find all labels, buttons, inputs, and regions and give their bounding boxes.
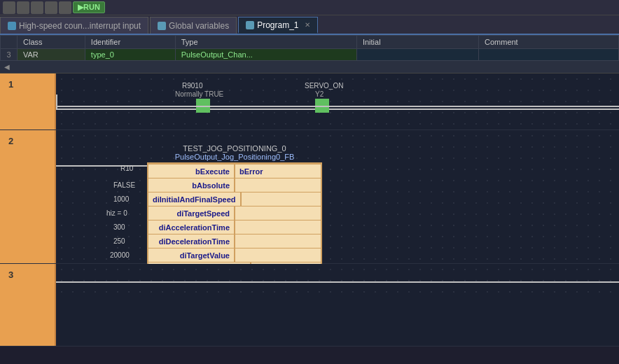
row-class-3: VAR bbox=[18, 49, 85, 61]
fb-class-name: PulseOutput_Jog_Positioning0_FB bbox=[147, 153, 322, 161]
ladder-area: 1 R9010 Normally TRUE SERVO_ON Y2 bbox=[0, 74, 619, 346]
toolbar-icon-2[interactable] bbox=[17, 1, 29, 14]
fb-port-accel: diAccelerationTime bbox=[148, 223, 234, 232]
run-button[interactable]: ▶RUN bbox=[73, 1, 105, 13]
toolbar-icon-1[interactable] bbox=[3, 1, 15, 14]
toolbar-icon-5[interactable] bbox=[59, 1, 71, 14]
h-line-after bbox=[294, 106, 619, 107]
row-identifier-3[interactable]: type_0 bbox=[85, 49, 175, 61]
tab-global-variables[interactable]: Global variables bbox=[150, 17, 237, 34]
fb-divider-4 bbox=[234, 206, 235, 220]
fb-row-babsolute: FALSE bAbsolute bbox=[148, 178, 321, 192]
col-header-initial: Initial bbox=[356, 36, 478, 49]
fb-row-initial-speed: 1000 diInitialAndFinalSpeed bbox=[148, 192, 321, 206]
fb-block[interactable]: R10 bExecute bError FALSE bAbsolute bbox=[147, 162, 322, 277]
fb-divider-2 bbox=[234, 178, 235, 192]
row-num-3: 3 bbox=[1, 49, 18, 61]
fb-input-r10: R10 bbox=[120, 164, 133, 172]
tab-icon-program1 bbox=[246, 21, 254, 29]
fb-port-target-speed: diTargetSpeed bbox=[148, 209, 234, 218]
rung-2: 2 TEST_JOG_POSITIONING_0 PulseOutput_Jog… bbox=[0, 130, 619, 264]
fb-block-container: TEST_JOG_POSITIONING_0 PulseOutput_Jog_P… bbox=[147, 144, 322, 277]
fb-input-1000: 1000 bbox=[113, 195, 129, 203]
var-table: Class Identifier Type Initial Comment 3 … bbox=[0, 35, 619, 61]
rung-num-3: 3 bbox=[0, 264, 56, 346]
row-type-3[interactable]: PulseOutput_Chan... bbox=[175, 49, 356, 61]
rung-num-2: 2 bbox=[0, 130, 56, 263]
contact-r9010-sublabel: Normally TRUE bbox=[175, 90, 223, 98]
fb-input-false: FALSE bbox=[113, 181, 135, 189]
fb-port-decel: diDecelerationTime bbox=[148, 237, 234, 246]
contact-servo-label: SERVO_ON bbox=[305, 82, 343, 90]
row-initial-3[interactable] bbox=[356, 49, 478, 61]
rung-2-content: TEST_JOG_POSITIONING_0 PulseOutput_Jog_P… bbox=[56, 130, 619, 263]
rung-num-1: 1 bbox=[0, 74, 56, 130]
scroll-bar: ◀ bbox=[0, 61, 619, 74]
col-header-comment: Comment bbox=[479, 36, 619, 49]
fb-input-20000: 20000 bbox=[110, 251, 130, 259]
tab-label-program1: Program_1 bbox=[257, 20, 298, 30]
toolbar-icon-4[interactable] bbox=[45, 1, 57, 14]
fb-port-berror: bError bbox=[235, 167, 321, 176]
fb-row-decel: 250 diDecelerationTime bbox=[148, 234, 321, 248]
contact-servo-sublabel: Y2 bbox=[315, 90, 324, 98]
fb-row-target-val: 20000 diTargetValue bbox=[148, 248, 321, 262]
fb-input-hiz: hiz = 0 bbox=[106, 209, 127, 217]
scroll-left[interactable]: ◀ bbox=[0, 63, 14, 71]
rung-3: 3 bbox=[0, 264, 619, 346]
fb-row-accel: 300 diAccelerationTime bbox=[148, 220, 321, 234]
col-header-identifier: Identifier bbox=[85, 36, 175, 49]
contact-r9010-label: R9010 bbox=[182, 82, 202, 90]
rung-3-content bbox=[56, 264, 619, 299]
fb-port-babsolute: bAbsolute bbox=[148, 181, 234, 190]
table-row[interactable]: 3 VAR type_0 PulseOutput_Chan... bbox=[1, 49, 619, 61]
fb-divider-7 bbox=[234, 248, 235, 262]
fb-port-initial-speed: diInitialAndFinalSpeed bbox=[148, 195, 240, 204]
tab-label-global: Global variables bbox=[169, 21, 229, 31]
tab-icon-global bbox=[158, 22, 166, 30]
col-header-type: Type bbox=[175, 36, 356, 49]
fb-port-target-val: diTargetValue bbox=[148, 251, 234, 260]
fb-instance-name: TEST_JOG_POSITIONING_0 bbox=[147, 144, 322, 153]
rung-1: 1 R9010 Normally TRUE SERVO_ON Y2 bbox=[0, 74, 619, 130]
col-header-class: Class bbox=[18, 36, 85, 49]
fb-divider-3 bbox=[240, 192, 242, 206]
h-line-between bbox=[56, 106, 294, 107]
rung3-h-line bbox=[56, 281, 619, 283]
fb-port-bexecute: bExecute bbox=[148, 167, 234, 176]
toolbar-icon-3[interactable] bbox=[31, 1, 43, 14]
rung2-h-line bbox=[56, 165, 161, 167]
fb-row-target-speed: hiz = 0 diTargetSpeed bbox=[148, 206, 321, 220]
tabs-bar: High-speed coun...interrupt input Global… bbox=[0, 15, 619, 35]
v-line-left bbox=[56, 94, 57, 110]
fb-row-bexecute: R10 bExecute bError bbox=[148, 164, 321, 178]
fb-input-300: 300 bbox=[113, 223, 125, 231]
fb-divider-6 bbox=[234, 234, 235, 248]
fb-title: TEST_JOG_POSITIONING_0 PulseOutput_Jog_P… bbox=[147, 144, 322, 161]
tab-high-speed[interactable]: High-speed coun...interrupt input bbox=[0, 17, 148, 34]
toolbar: ▶RUN bbox=[0, 0, 619, 15]
row-comment-3[interactable] bbox=[479, 49, 619, 61]
fb-input-250: 250 bbox=[113, 237, 125, 245]
tab-close-program1[interactable]: ✕ bbox=[305, 21, 310, 29]
tab-label-high-speed: High-speed coun...interrupt input bbox=[19, 21, 141, 31]
h-line-1 bbox=[56, 108, 619, 110]
fb-divider-5 bbox=[234, 220, 235, 234]
rung-1-content: R9010 Normally TRUE SERVO_ON Y2 bbox=[56, 74, 619, 130]
tab-icon-high-speed bbox=[8, 22, 16, 30]
col-header-num bbox=[1, 36, 18, 49]
tab-program1[interactable]: Program_1 ✕ bbox=[238, 17, 317, 34]
